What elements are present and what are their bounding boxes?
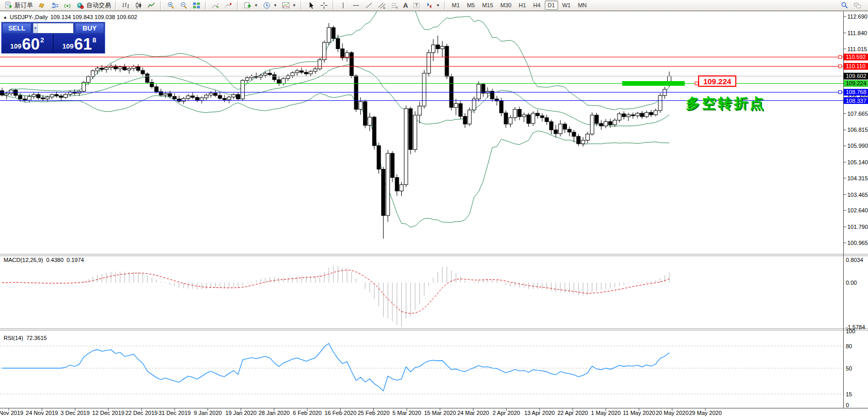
timeframe-MN[interactable]: MN bbox=[575, 1, 590, 10]
auto-scroll-button[interactable] bbox=[209, 1, 222, 10]
timeframe-H1[interactable]: H1 bbox=[515, 1, 529, 10]
timeframe-H4[interactable]: H4 bbox=[530, 1, 544, 10]
tile-windows-button[interactable] bbox=[190, 1, 203, 10]
deposit-button[interactable] bbox=[35, 1, 48, 10]
candle bbox=[277, 80, 281, 83]
timeframe-M5[interactable]: M5 bbox=[464, 1, 478, 10]
text-label-tool[interactable]: T bbox=[410, 1, 423, 10]
trendline-tool[interactable] bbox=[362, 1, 375, 10]
volume-stepper: ▼ ▲ bbox=[33, 23, 74, 34]
timeframe-M30[interactable]: M30 bbox=[497, 1, 514, 10]
svg-text:E: E bbox=[383, 6, 385, 9]
text-tool[interactable]: A bbox=[401, 1, 410, 10]
candle bbox=[613, 120, 617, 125]
candle bbox=[123, 67, 127, 70]
hline-handle[interactable] bbox=[839, 90, 842, 94]
candle bbox=[318, 60, 322, 69]
price-annotation-box[interactable]: 109.224 bbox=[698, 75, 736, 87]
text-tool-icon: A bbox=[403, 2, 408, 9]
fibonacci-tool[interactable]: F bbox=[388, 1, 401, 10]
price-badge-label: 109.224 bbox=[846, 80, 866, 86]
date-tick-label: 24 Nov 2019 bbox=[26, 410, 58, 416]
price-tick-label: 107.665 bbox=[847, 111, 868, 117]
candle bbox=[154, 87, 158, 91]
candle bbox=[454, 103, 458, 107]
macd-axis-label: 0.00 bbox=[846, 280, 857, 286]
collapse-panel-icon[interactable]: ▲ bbox=[3, 15, 7, 20]
candle bbox=[327, 27, 330, 42]
candle bbox=[422, 73, 426, 106]
timeframe-M1[interactable]: M1 bbox=[449, 1, 463, 10]
line-chart-button[interactable] bbox=[145, 1, 158, 10]
rsi-panel bbox=[0, 344, 843, 394]
buy-price[interactable]: 109 61 8 bbox=[54, 34, 105, 53]
volume-input[interactable] bbox=[38, 23, 74, 33]
cursor-tool-button[interactable] bbox=[305, 1, 318, 10]
candle bbox=[382, 169, 385, 215]
candle bbox=[418, 106, 421, 115]
chat-icon[interactable] bbox=[853, 1, 862, 10]
arrows-tool-dropdown[interactable]: ▼ bbox=[423, 1, 442, 10]
signals-button[interactable] bbox=[61, 1, 74, 10]
vertical-line-tool[interactable] bbox=[337, 1, 350, 10]
candle bbox=[531, 113, 535, 123]
candle bbox=[300, 71, 304, 72]
price-badge-label: 110.110 bbox=[846, 63, 865, 69]
candle bbox=[522, 115, 526, 117]
search-icon[interactable] bbox=[840, 1, 849, 10]
turning-point-annotation[interactable]: 多空转折点 bbox=[686, 94, 766, 113]
candle bbox=[527, 115, 530, 123]
candle bbox=[372, 117, 376, 146]
hline-handle[interactable] bbox=[839, 55, 842, 58]
rsi-panel-label: RSI(14) 72.3615 bbox=[4, 335, 47, 341]
candle bbox=[459, 103, 462, 116]
date-tick-label: 25 Feb 2020 bbox=[358, 410, 390, 416]
timeframe-M15[interactable]: M15 bbox=[479, 1, 496, 10]
zoom-out-button[interactable] bbox=[177, 1, 190, 10]
chart-shift-button[interactable] bbox=[222, 1, 235, 10]
periods-dropdown[interactable]: ▼ bbox=[260, 1, 279, 10]
candlestick-chart-button[interactable] bbox=[132, 1, 145, 10]
sell-price[interactable]: 109 60 2 bbox=[2, 34, 54, 53]
community-button[interactable] bbox=[48, 1, 61, 10]
candle bbox=[200, 98, 203, 100]
svg-text:T: T bbox=[415, 3, 418, 8]
candle bbox=[604, 121, 608, 126]
chart-window: 112.690111.840111.015108.490107.665106.8… bbox=[0, 11, 868, 417]
macd-name: MACD(12,26,9) bbox=[4, 257, 43, 263]
crosshair-tool-button[interactable] bbox=[318, 1, 330, 10]
cursor-icon bbox=[307, 1, 315, 10]
new-order-label: 新订单 bbox=[14, 1, 33, 10]
template-icon bbox=[281, 1, 290, 10]
date-tick-label: 16 Feb 2020 bbox=[325, 410, 357, 416]
candle bbox=[590, 115, 594, 134]
candle bbox=[50, 95, 54, 97]
highlight-bar[interactable] bbox=[622, 81, 685, 86]
buy-button[interactable]: BUY bbox=[75, 23, 104, 34]
timeframe-D1[interactable]: D1 bbox=[545, 1, 558, 10]
candle bbox=[263, 73, 267, 75]
new-order-button[interactable]: 新订单 bbox=[2, 1, 35, 10]
bar-chart-button[interactable] bbox=[119, 1, 132, 10]
candle bbox=[518, 110, 522, 117]
autotrading-button[interactable]: 自动交易 bbox=[74, 1, 113, 10]
sell-price-figure: 109 bbox=[10, 42, 22, 50]
channel-tool[interactable]: E bbox=[375, 1, 388, 10]
macd-main-value: 0.4380 bbox=[46, 257, 64, 263]
horizontal-line-tool[interactable] bbox=[350, 1, 362, 10]
template-dropdown[interactable]: ▼ bbox=[279, 1, 298, 10]
timeframe-W1[interactable]: W1 bbox=[559, 1, 574, 10]
candle bbox=[204, 95, 208, 98]
sell-button[interactable]: SELL bbox=[2, 23, 31, 34]
date-tick-label: 31 Dec 2019 bbox=[159, 410, 191, 416]
new-chart-dropdown[interactable]: ▼ bbox=[241, 1, 260, 10]
toolbar-separator bbox=[115, 1, 117, 10]
candle bbox=[608, 121, 612, 125]
hline-handle[interactable] bbox=[839, 65, 842, 68]
candle bbox=[572, 132, 576, 136]
price-tick-label: 111.015 bbox=[847, 46, 867, 52]
volume-decrease-button[interactable]: ▼ bbox=[33, 23, 38, 33]
date-tick-label: 6 Feb 2020 bbox=[293, 410, 322, 416]
zoom-in-button[interactable] bbox=[164, 1, 177, 10]
candle bbox=[468, 110, 471, 124]
